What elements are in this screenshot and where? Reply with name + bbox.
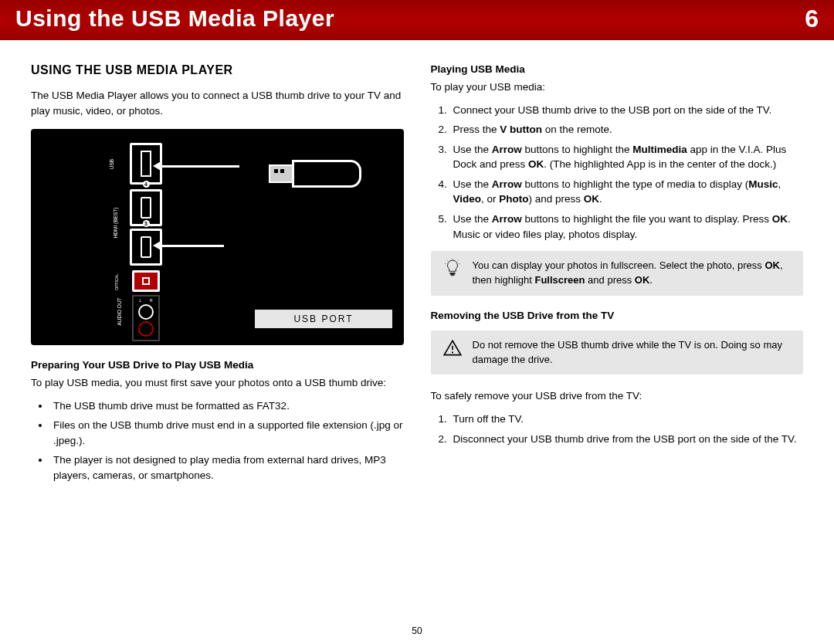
hdmi-label: HDMI (BEST) xyxy=(113,208,118,239)
preparing-subhead: Preparing Your USB Drive to Play USB Med… xyxy=(31,359,404,371)
list-item: Use the Arrow buttons to highlight the t… xyxy=(450,177,804,207)
chapter-header: Using the USB Media Player 6 xyxy=(0,0,834,40)
list-item: Use the Arrow buttons to highlight the M… xyxy=(450,142,804,172)
list-item: Connect your USB thumb drive to the USB … xyxy=(450,103,804,118)
usb-port-label: USB xyxy=(109,159,114,169)
arrow-to-usb xyxy=(162,165,239,168)
warning-text: Do not remove the USB thumb drive while … xyxy=(473,338,795,368)
list-item: Turn off the TV. xyxy=(450,412,804,427)
usb-thumb-drive-icon xyxy=(269,160,361,188)
page-number: 50 xyxy=(0,625,834,636)
list-item: The player is not designed to play media… xyxy=(50,452,404,483)
figure-caption: USB PORT xyxy=(255,310,392,328)
playing-steps: Connect your USB thumb drive to the USB … xyxy=(450,103,804,242)
optical-label: OPTICAL xyxy=(114,273,119,290)
list-item: The USB thumb drive must be formatted as… xyxy=(50,398,404,414)
list-item: Disconnect your USB thumb drive from the… xyxy=(450,432,804,447)
svg-point-1 xyxy=(451,351,453,353)
arrow-to-hdmi xyxy=(162,245,224,247)
chapter-title: Using the USB Media Player xyxy=(15,5,334,32)
tip-text: You can display your photos in fullscree… xyxy=(473,259,795,288)
section-heading: USING THE USB MEDIA PLAYER xyxy=(31,63,404,77)
list-item: Files on the USB thumb drive must end in… xyxy=(50,418,404,448)
warning-icon xyxy=(440,338,465,368)
chapter-number: 6 xyxy=(805,5,819,33)
intro-paragraph: The USB Media Player allows you to conne… xyxy=(31,88,404,118)
list-item: Press the V button on the remote. xyxy=(450,122,804,137)
playing-subhead: Playing USB Media xyxy=(431,63,804,75)
audio-out-label: AUDIO OUT xyxy=(117,298,122,326)
lightbulb-icon xyxy=(440,259,465,288)
optical-port xyxy=(132,270,160,292)
usb-port-figure: USB HDMI (BEST) 4 3 xyxy=(31,129,404,345)
preparing-intro: To play USB media, you must first save y… xyxy=(31,375,404,391)
removing-subhead: Removing the USB Drive from the TV xyxy=(431,310,804,321)
removing-steps: Turn off the TV. Disconnect your USB thu… xyxy=(450,412,804,446)
playing-intro: To play your USB media: xyxy=(431,80,804,95)
warning-callout: Do not remove the USB thumb drive while … xyxy=(431,330,804,375)
page-content: USING THE USB MEDIA PLAYER The USB Media… xyxy=(0,40,834,508)
list-item: Use the Arrow buttons to highlight the f… xyxy=(450,212,804,242)
right-column: Playing USB Media To play your USB media… xyxy=(431,63,804,493)
preparing-list: The USB thumb drive must be formatted as… xyxy=(50,398,404,483)
audio-out-ports: LR xyxy=(132,295,160,341)
left-column: USING THE USB MEDIA PLAYER The USB Media… xyxy=(31,63,404,493)
tip-callout: You can display your photos in fullscree… xyxy=(431,251,804,296)
removing-intro: To safely remove your USB drive from the… xyxy=(431,388,804,404)
